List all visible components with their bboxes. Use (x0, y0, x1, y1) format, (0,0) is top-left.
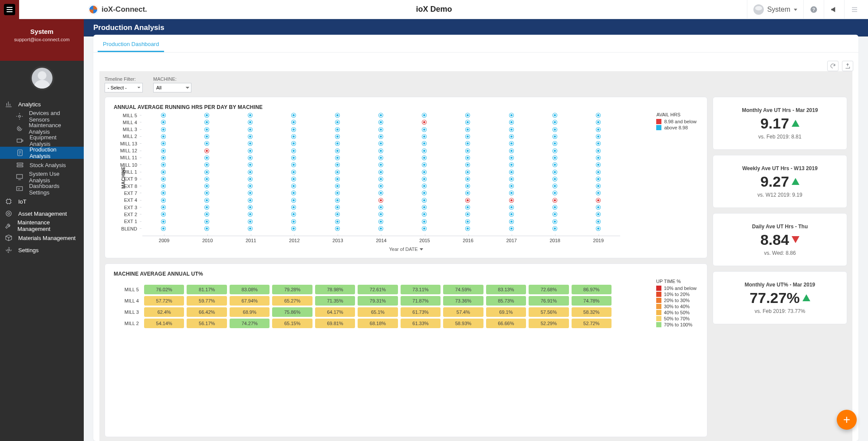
data-point[interactable] (379, 205, 383, 209)
data-point[interactable] (379, 227, 383, 230)
sidebar-item-asset-management[interactable]: Asset Management (0, 207, 84, 220)
heat-cell[interactable]: 62.4% (144, 307, 184, 317)
data-point[interactable] (161, 113, 165, 117)
data-point[interactable] (510, 135, 513, 138)
data-point[interactable] (161, 191, 165, 195)
data-point[interactable] (161, 227, 165, 230)
data-point[interactable] (553, 120, 557, 124)
data-point[interactable] (335, 142, 339, 145)
data-point[interactable] (335, 212, 339, 216)
data-point[interactable] (466, 128, 470, 132)
data-point[interactable] (248, 212, 252, 216)
data-point[interactable] (161, 220, 165, 224)
heat-cell[interactable]: 58.93% (443, 319, 483, 328)
data-point[interactable] (205, 170, 209, 174)
data-point[interactable] (510, 184, 513, 188)
sidebar-item-maintenance-analysis[interactable]: Maintenance Analysis (0, 122, 84, 135)
heat-cell[interactable]: 65.1% (358, 307, 398, 317)
data-point[interactable] (422, 170, 426, 174)
data-point[interactable] (205, 128, 209, 132)
sidebar-item-devices-and-sensors[interactable]: Devices and Sensors (0, 110, 84, 122)
heat-cell[interactable]: 67.94% (230, 296, 270, 306)
data-point[interactable] (335, 156, 339, 160)
data-point[interactable] (466, 149, 470, 153)
data-point[interactable] (553, 113, 557, 117)
data-point[interactable] (292, 184, 296, 188)
heat-cell[interactable]: 78.98% (315, 285, 355, 294)
data-point[interactable] (596, 184, 600, 188)
sidebar-item-production-analysis[interactable]: Production Analysis (0, 147, 84, 159)
data-point[interactable] (335, 227, 339, 230)
sidebar-item-analytics[interactable]: Analytics (0, 98, 84, 110)
data-point[interactable] (248, 227, 252, 230)
data-point[interactable] (553, 220, 557, 224)
data-point[interactable] (335, 135, 339, 138)
heat-cell[interactable]: 59.77% (187, 296, 227, 306)
data-point[interactable] (553, 142, 557, 145)
data-point[interactable] (292, 113, 296, 117)
heat-cell[interactable]: 76.91% (529, 296, 569, 306)
data-point[interactable] (466, 220, 470, 224)
data-point[interactable] (161, 163, 165, 167)
data-point[interactable] (205, 142, 209, 145)
heat-cell[interactable]: 73.36% (443, 296, 483, 306)
heat-cell[interactable]: 86.97% (572, 285, 612, 294)
data-point[interactable] (422, 156, 426, 160)
data-point[interactable] (466, 156, 470, 160)
data-point[interactable] (248, 177, 252, 181)
data-point[interactable] (422, 128, 426, 132)
data-point[interactable] (553, 191, 557, 195)
data-point[interactable] (248, 220, 252, 224)
data-point[interactable] (248, 163, 252, 167)
chevron-down-icon[interactable] (420, 248, 423, 250)
data-point[interactable] (335, 170, 339, 174)
data-point[interactable] (248, 120, 252, 124)
sidebar-item-iot[interactable]: IoT (0, 195, 84, 207)
data-point[interactable] (596, 156, 600, 160)
data-point[interactable] (161, 156, 165, 160)
data-point[interactable] (205, 113, 209, 117)
data-point[interactable] (510, 170, 513, 174)
data-point[interactable] (205, 212, 209, 216)
announce-button[interactable] (824, 0, 844, 19)
data-point[interactable] (553, 163, 557, 167)
data-point[interactable] (596, 212, 600, 216)
data-point[interactable] (596, 177, 600, 181)
data-point[interactable] (422, 205, 426, 209)
data-point[interactable] (596, 198, 600, 202)
data-point[interactable] (379, 142, 383, 145)
help-button[interactable]: ? (803, 0, 824, 19)
data-point[interactable] (292, 191, 296, 195)
data-point[interactable] (248, 135, 252, 138)
data-point[interactable] (379, 198, 383, 202)
data-point[interactable] (596, 163, 600, 167)
data-point[interactable] (205, 227, 209, 230)
sidebar-item-materials-management[interactable]: Materials Management (0, 232, 84, 244)
data-point[interactable] (422, 198, 426, 202)
data-point[interactable] (335, 163, 339, 167)
heat-cell[interactable]: 72.68% (529, 285, 569, 294)
data-point[interactable] (510, 120, 513, 124)
data-point[interactable] (161, 205, 165, 209)
data-point[interactable] (161, 198, 165, 202)
data-point[interactable] (596, 227, 600, 230)
data-point[interactable] (596, 205, 600, 209)
heat-cell[interactable]: 61.73% (401, 307, 441, 317)
data-point[interactable] (510, 142, 513, 145)
data-point[interactable] (161, 170, 165, 174)
heat-cell[interactable]: 72.61% (358, 285, 398, 294)
data-point[interactable] (466, 184, 470, 188)
heat-cell[interactable]: 68.18% (358, 319, 398, 328)
data-point[interactable] (596, 191, 600, 195)
sidebar-item-maintenance-management[interactable]: Maintenance Management (0, 220, 84, 232)
data-point[interactable] (292, 156, 296, 160)
heat-cell[interactable]: 65.27% (272, 296, 312, 306)
data-point[interactable] (335, 191, 339, 195)
heat-cell[interactable]: 79.31% (358, 296, 398, 306)
data-point[interactable] (292, 128, 296, 132)
data-point[interactable] (205, 184, 209, 188)
data-point[interactable] (466, 177, 470, 181)
data-point[interactable] (596, 120, 600, 124)
data-point[interactable] (292, 149, 296, 153)
heat-cell[interactable]: 71.87% (401, 296, 441, 306)
